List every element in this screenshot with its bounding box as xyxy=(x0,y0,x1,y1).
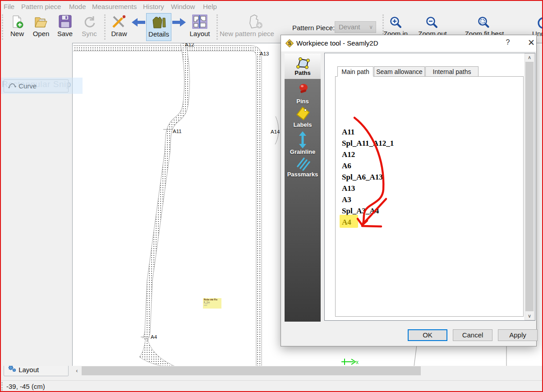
new-file-icon[interactable] xyxy=(10,15,24,28)
dialog-nav-paths[interactable]: Paths xyxy=(285,54,321,79)
point-label-a11: A11 xyxy=(173,129,182,134)
seam-band-left xyxy=(139,43,187,366)
dialog-nav-passmarks[interactable]: Passmarks xyxy=(285,157,321,178)
menu-file[interactable]: File xyxy=(4,3,14,10)
tab-seam-allowance[interactable]: Seam allowance xyxy=(374,66,425,77)
tag-icon xyxy=(295,106,311,121)
layout-mode-button[interactable]: Layout xyxy=(188,30,212,37)
toolbar-separator xyxy=(216,14,218,40)
list-item[interactable]: A13 xyxy=(339,183,512,194)
menu-bar: File Pattern piece Mode Measurements His… xyxy=(0,1,543,13)
menu-window[interactable]: Window xyxy=(171,3,195,10)
ok-button[interactable]: OK xyxy=(408,329,447,341)
scroll-left-arrow[interactable]: ‹ xyxy=(73,366,81,375)
dialog-help-button[interactable]: ? xyxy=(501,38,515,46)
paths-icon xyxy=(295,56,311,69)
point-label-a4: A4 xyxy=(151,334,157,340)
arrow-left-icon xyxy=(131,18,145,27)
seamly2d-logo-icon: S xyxy=(285,39,294,48)
note-line: entier xyxy=(204,305,221,307)
sidebar-group-curve[interactable]: Curve xyxy=(4,79,69,92)
apply-button[interactable]: Apply xyxy=(498,329,538,341)
undo-icon[interactable] xyxy=(537,17,543,29)
toolbar-separator xyxy=(104,14,106,40)
yellow-annotation-highlight xyxy=(340,215,358,228)
details-mode-button[interactable]: Details xyxy=(146,13,171,41)
point-label-a12: A12 xyxy=(185,43,194,47)
list-item[interactable]: A6 xyxy=(339,160,512,171)
sync-button: Sync xyxy=(79,30,99,37)
new-button[interactable]: New xyxy=(8,30,26,37)
dialog-nav-label: Labels xyxy=(285,121,321,128)
zoom-in-icon[interactable] xyxy=(390,16,402,28)
draw-mode-button[interactable]: Draw xyxy=(107,30,131,37)
list-item[interactable]: A12 xyxy=(339,149,512,160)
list-item[interactable]: Spl_A6_A13 xyxy=(339,171,512,183)
layout-mode-icon[interactable] xyxy=(192,14,207,29)
dialog-nav-labels[interactable]: Labels xyxy=(285,106,321,128)
list-item[interactable]: Spl_A11_A12_1 xyxy=(339,138,512,149)
status-bar: -39, -45 (cm) xyxy=(0,380,543,392)
svg-text:S: S xyxy=(288,41,291,46)
zoom-fit-best-icon[interactable] xyxy=(477,16,489,28)
dialog-nav-label: Paths xyxy=(285,69,321,76)
list-item[interactable]: A3 xyxy=(339,194,512,205)
point-label-a13: A13 xyxy=(260,51,269,56)
grainline-icon xyxy=(297,131,308,148)
dialog-nav-label: Passmarks xyxy=(285,171,321,178)
scrollbar-thumb[interactable] xyxy=(82,366,421,375)
save-button[interactable]: Save xyxy=(55,30,75,37)
menu-measurements[interactable]: Measurements xyxy=(92,3,137,10)
details-mode-icon xyxy=(151,15,166,30)
workpiece-tool-dialog: S Workpiece tool - Seamly2D ? ✕ Paths Pi… xyxy=(281,35,537,346)
dialog-nav-label: Pins xyxy=(285,98,321,105)
details-mode-label: Details xyxy=(147,30,170,38)
pattern-piece-value: Devant xyxy=(339,23,360,31)
pattern-piece-label: Pattern Piece: xyxy=(292,24,335,32)
dialog-nav-strip: Paths Pins Labels Grainline xyxy=(285,54,321,322)
pushpin-icon xyxy=(295,82,310,98)
open-file-icon[interactable] xyxy=(34,15,48,28)
sync-icon xyxy=(83,15,96,28)
dialog-close-button[interactable]: ✕ xyxy=(525,37,538,48)
dialog-nav-pins[interactable]: Pins xyxy=(285,82,321,105)
list-item-selected[interactable]: A4 xyxy=(339,217,512,228)
list-item[interactable]: Spl_A3_A4 xyxy=(339,205,512,217)
dialog-vertical-scrollbar[interactable]: ∧ ∨ xyxy=(525,53,534,320)
list-item[interactable]: A11 xyxy=(339,126,512,138)
sidebar-group-label: Curve xyxy=(18,82,37,90)
dialog-nav-grainline[interactable]: Grainline xyxy=(285,131,321,155)
open-button[interactable]: Open xyxy=(31,30,51,37)
new-pattern-piece-button: New pattern piece xyxy=(220,30,274,37)
piece-label-note[interactable]: Robe été Flo B - Dos Coupez 1 entier xyxy=(203,298,221,309)
axis-x-label: x xyxy=(356,359,359,365)
toolbar-separator xyxy=(2,14,3,40)
menu-pattern-piece[interactable]: Pattern piece xyxy=(21,3,61,10)
cancel-button[interactable]: Cancel xyxy=(453,329,492,341)
point-label-a14: A14 xyxy=(271,129,280,134)
menu-history[interactable]: History xyxy=(143,3,164,10)
axis-origin-marker xyxy=(341,359,355,365)
sidebar-layout-label: Layout xyxy=(18,366,39,374)
menu-help[interactable]: Help xyxy=(203,3,217,10)
cursor-coordinates: -39, -45 (cm) xyxy=(6,381,45,392)
dialog-title-bar[interactable]: S Workpiece tool - Seamly2D ? ✕ xyxy=(281,35,536,51)
horizontal-scrollbar[interactable]: ‹ xyxy=(73,366,543,375)
curve-icon xyxy=(8,80,17,92)
pattern-piece-dropdown[interactable]: Devant ∨ xyxy=(335,21,376,33)
dialog-scrollbar-thumb[interactable] xyxy=(525,62,534,311)
chevron-down-icon: ∨ xyxy=(369,22,373,32)
save-icon[interactable] xyxy=(59,15,72,28)
new-pattern-piece-icon xyxy=(247,14,263,29)
tab-main-path[interactable]: Main path xyxy=(337,66,373,77)
scroll-up-arrow[interactable]: ∧ xyxy=(525,54,534,61)
dialog-nav-label: Grainline xyxy=(285,148,321,155)
statusbar-grip xyxy=(1,382,3,391)
zoom-out-icon[interactable] xyxy=(426,16,438,28)
draw-mode-icon[interactable] xyxy=(111,14,126,29)
menu-mode[interactable]: Mode xyxy=(69,3,86,10)
seam-band-right xyxy=(73,48,259,366)
dialog-title: Workpiece tool - Seamly2D xyxy=(296,39,378,47)
tab-internal-paths[interactable]: Internal paths xyxy=(425,66,479,77)
scroll-down-arrow[interactable]: ∨ xyxy=(525,312,534,320)
